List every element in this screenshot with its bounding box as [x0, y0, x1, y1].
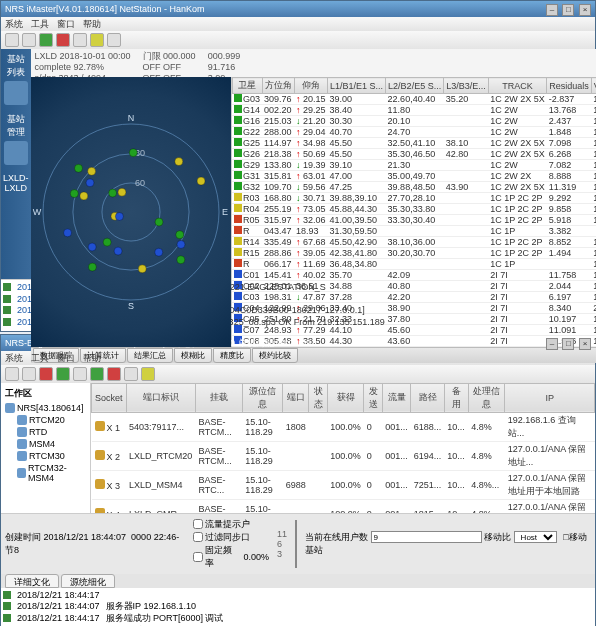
menu-item[interactable]: 窗口 — [57, 351, 75, 365]
sat-dot[interactable] — [87, 167, 95, 175]
menu-item[interactable]: 系统 — [5, 17, 23, 31]
tree-node[interactable]: RTCM30 — [5, 450, 86, 462]
min-button[interactable]: – — [546, 338, 558, 350]
sat-row[interactable]: R043.47 18.9331.30,59.501C 1P3.3821 — [232, 226, 596, 237]
sat-row[interactable]: R03168.80↓ 30.7139.88,39.1027.70,28.101C… — [232, 193, 596, 204]
sat-dot[interactable] — [155, 218, 163, 226]
menu-item[interactable]: 帮助 — [83, 351, 101, 365]
menu-item[interactable]: 窗口 — [57, 17, 75, 31]
sat-row[interactable]: R04255.19↑ 73.0545.88,44.3035.30,33.801C… — [232, 204, 596, 215]
toolbar-button[interactable] — [56, 367, 70, 381]
col-header[interactable]: 路径 — [411, 383, 445, 412]
max-button[interactable]: □ — [562, 4, 574, 16]
sat-dot[interactable] — [176, 256, 184, 264]
col-header[interactable]: 状态 — [309, 383, 327, 412]
sat-dot[interactable] — [63, 229, 71, 237]
sat-dot[interactable] — [115, 212, 123, 220]
sel-host[interactable]: Host — [514, 531, 557, 543]
sidebar-item[interactable]: 基站管理 — [3, 113, 29, 165]
sat-dot[interactable] — [74, 164, 82, 172]
col-header[interactable]: L2/B2/E5 S... — [386, 78, 444, 94]
toolbar-button[interactable] — [5, 367, 19, 381]
socket-row[interactable]: X 15403:79117...BASE-RTCM...15.10-118.29… — [92, 412, 595, 441]
sat-dot[interactable] — [114, 247, 122, 255]
tab[interactable]: 源统细化 — [61, 574, 115, 588]
tree-node[interactable]: RTD — [5, 426, 86, 438]
toolbar-button[interactable] — [73, 33, 87, 47]
socket-table[interactable]: Socket端口标识挂载源位信息端口状态获得发送流量路径备用处理信息IP X 1… — [91, 383, 595, 513]
sat-row[interactable]: G32109.70↓ 59.5647.2539.88,48.5043.901C … — [232, 182, 596, 193]
tab[interactable]: 详细文化 — [5, 574, 59, 588]
sat-dot[interactable] — [117, 188, 125, 196]
tree-panel[interactable]: 工作区 NRS[43.180614]RTCM20RTDMSM4RTCM30RTC… — [1, 383, 91, 513]
toolbar-button[interactable] — [141, 367, 155, 381]
sat-row[interactable]: R066.17↑ 11.6936.48,34.801C 1P1057 — [232, 259, 596, 270]
socket-row[interactable]: X 2LXLD_RTCM20BASE-RTCM...15.10-118.2910… — [92, 441, 595, 470]
sidebar-item[interactable]: LXLD-LXLD — [3, 173, 29, 193]
chk-traffic[interactable] — [193, 519, 203, 529]
sat-row[interactable]: C01145.41↑ 40.0235.7042.092I 7I11.758105… — [232, 270, 596, 281]
sat-dot[interactable] — [197, 177, 205, 185]
users-field[interactable] — [371, 531, 482, 543]
toolbar-button[interactable] — [56, 33, 70, 47]
sat-dot[interactable] — [103, 238, 111, 246]
menu-item[interactable]: 工具 — [31, 351, 49, 365]
toolbar-button[interactable] — [90, 367, 104, 381]
col-header[interactable]: 源位信息 — [242, 383, 283, 412]
toolbar-button[interactable] — [90, 33, 104, 47]
toolbar-button[interactable] — [124, 367, 138, 381]
tree-node[interactable]: RTCM32-MSM4 — [5, 462, 86, 484]
col-header[interactable]: 端口 — [283, 383, 309, 412]
toolbar-button[interactable] — [73, 367, 87, 381]
sat-dot[interactable] — [154, 248, 162, 256]
sat-dot[interactable] — [70, 190, 78, 198]
toolbar-button[interactable] — [107, 367, 121, 381]
toolbar-button[interactable] — [22, 33, 36, 47]
titlebar-1[interactable]: NRS iMaster[V4.01.180614] NetStation - H… — [1, 1, 595, 17]
col-header[interactable]: 挂载 — [195, 383, 242, 412]
menu-item[interactable]: 帮助 — [83, 17, 101, 31]
menu-item[interactable]: 工具 — [31, 17, 49, 31]
col-header[interactable]: L1/B1/E1 S... — [328, 78, 386, 94]
col-header[interactable]: 端口标识 — [126, 383, 195, 412]
sat-row[interactable]: R15288.86↑ 39.0542.38,41.8030.20,30.701C… — [232, 248, 596, 259]
col-header[interactable]: IP — [505, 383, 595, 412]
sat-row[interactable]: R05315.97↑ 32.0641.00,39.5033.30,30.401C… — [232, 215, 596, 226]
toolbar-button[interactable] — [39, 33, 53, 47]
sidebar-item[interactable]: 基站列表 — [3, 53, 29, 105]
skyplot[interactable]: NESW3060 — [31, 77, 231, 347]
col-header[interactable]: 处理信息 — [468, 383, 505, 412]
toolbar-button[interactable] — [39, 367, 53, 381]
col-header[interactable]: TRACK — [488, 78, 547, 94]
sat-row[interactable]: G14002.20↑ 29.2538.4011.801C 2W13.768105… — [232, 105, 596, 116]
col-header[interactable]: 方位角 — [262, 78, 294, 94]
col-header[interactable]: 发送 — [364, 383, 382, 412]
col-header[interactable]: L3/B3/E... — [444, 78, 489, 94]
col-header[interactable]: 流量 — [382, 383, 411, 412]
min-button[interactable]: – — [546, 4, 558, 16]
col-header[interactable]: Residuals — [547, 78, 592, 94]
tree-node[interactable]: NRS[43.180614] — [5, 402, 86, 414]
socket-row[interactable]: X 3LXLD_MSM4BASE-RTC...15.10-118.2969881… — [92, 470, 595, 499]
max-button[interactable]: □ — [562, 338, 574, 350]
col-header[interactable]: 获得 — [327, 383, 364, 412]
sat-dot[interactable] — [79, 192, 87, 200]
col-header[interactable]: Valid — [591, 78, 596, 94]
sat-row[interactable]: G29133.80↓ 19.3939.1021.301C 2W7.0821057 — [232, 160, 596, 171]
col-header[interactable]: 卫星 — [232, 78, 262, 94]
menu-item[interactable]: 系统 — [5, 351, 23, 365]
sat-row[interactable]: G26218.38↑ 50.6945.5035.30,46.5042.801C … — [232, 149, 596, 160]
toolbar-button[interactable] — [22, 367, 36, 381]
sat-row[interactable]: R14335.49↑ 67.6845.50,42.9038.10,36.001C… — [232, 237, 596, 248]
sat-row[interactable]: G16215.03↓ 21.2030.3020.101C 2W2.4371057 — [232, 116, 596, 127]
tree-node[interactable]: MSM4 — [5, 438, 86, 450]
chk-fixed[interactable] — [193, 552, 203, 562]
socket-row[interactable]: X 4LXLD_CMRBASE-CMR15.10-118.29100.0%000… — [92, 499, 595, 513]
toolbar-button[interactable] — [107, 33, 121, 47]
sat-row[interactable]: G03309.76↑ 20.1539.0022.60,40.4035.201C … — [232, 94, 596, 105]
close-button[interactable]: × — [579, 338, 591, 350]
col-header[interactable]: 仰角 — [294, 78, 328, 94]
sat-dot[interactable] — [88, 263, 96, 271]
col-header[interactable]: 备用 — [444, 383, 468, 412]
sat-dot[interactable] — [175, 231, 183, 239]
